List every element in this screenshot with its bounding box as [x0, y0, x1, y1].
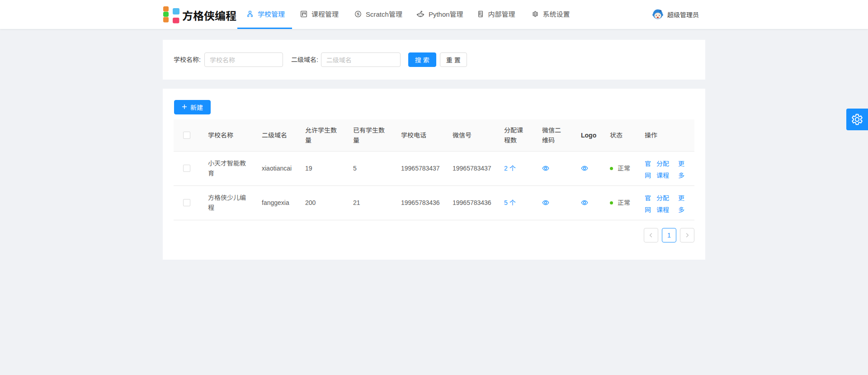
svg-text:S: S [357, 12, 359, 16]
